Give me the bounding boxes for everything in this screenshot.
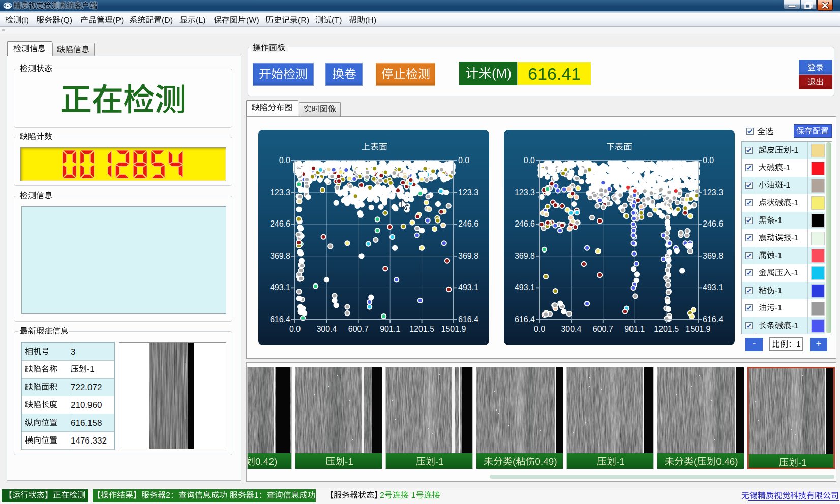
svg-text:0.0: 0.0 <box>703 156 714 165</box>
svg-text:616.4: 616.4 <box>515 315 535 324</box>
svg-text:246.6: 246.6 <box>270 219 290 228</box>
svg-text:0.0: 0.0 <box>534 325 545 333</box>
svg-text:123.3: 123.3 <box>458 188 478 197</box>
svg-text:616.4: 616.4 <box>703 315 723 324</box>
svg-text:369.8: 369.8 <box>270 251 290 260</box>
svg-text:901.1: 901.1 <box>624 325 645 333</box>
svg-text:493.1: 493.1 <box>270 283 290 292</box>
svg-text:493.1: 493.1 <box>458 283 478 292</box>
svg-text:246.6: 246.6 <box>515 219 535 228</box>
svg-text:246.6: 246.6 <box>703 219 723 228</box>
svg-text:369.8: 369.8 <box>703 251 723 260</box>
svg-text:600.7: 600.7 <box>348 325 369 333</box>
svg-text:1501.9: 1501.9 <box>441 325 466 333</box>
svg-text:246.6: 246.6 <box>458 219 478 228</box>
svg-text:1501.9: 1501.9 <box>686 325 711 333</box>
svg-text:1201.5: 1201.5 <box>409 325 434 333</box>
svg-text:369.8: 369.8 <box>458 251 478 260</box>
svg-text:493.1: 493.1 <box>515 283 535 292</box>
svg-text:123.3: 123.3 <box>703 188 723 197</box>
svg-text:0.0: 0.0 <box>524 156 535 165</box>
svg-text:123.3: 123.3 <box>515 188 535 197</box>
svg-text:0.0: 0.0 <box>289 325 301 333</box>
svg-text:123.3: 123.3 <box>270 188 290 197</box>
svg-text:300.4: 300.4 <box>561 325 581 333</box>
svg-text:1201.5: 1201.5 <box>654 325 679 333</box>
svg-text:0.0: 0.0 <box>279 156 290 165</box>
svg-text:300.4: 300.4 <box>316 325 337 333</box>
svg-text:616.4: 616.4 <box>270 315 290 324</box>
svg-text:600.7: 600.7 <box>593 325 613 333</box>
svg-text:901.1: 901.1 <box>380 325 400 333</box>
svg-text:616.4: 616.4 <box>458 315 478 324</box>
svg-text:369.8: 369.8 <box>515 251 535 260</box>
svg-text:493.1: 493.1 <box>703 283 723 292</box>
svg-text:0.0: 0.0 <box>458 156 469 165</box>
